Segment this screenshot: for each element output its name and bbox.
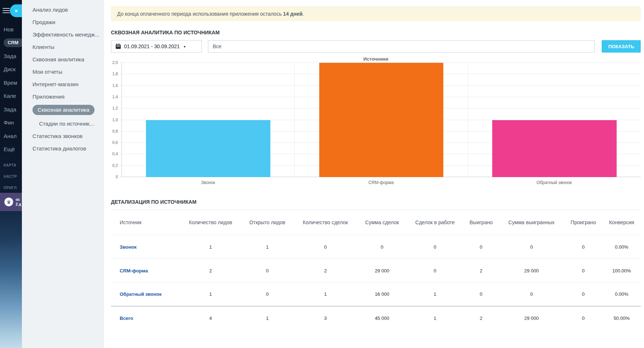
crown-icon: ♛	[4, 198, 13, 206]
bar-CRM-форма[interactable]	[319, 63, 444, 177]
table-cell: 0	[564, 259, 602, 283]
table-cell: 1	[293, 283, 357, 306]
flyout-item-call-statistics[interactable]: Статистика звонков	[22, 130, 104, 142]
rail-item-time[interactable]: Врем	[4, 76, 22, 89]
date-range-picker[interactable]: 01.09.2021 - 30.09.2021 ▾	[111, 40, 202, 53]
table-cell: 0	[407, 259, 463, 283]
table-cell: 2	[293, 259, 357, 283]
flyout-item-sales[interactable]: Продажи	[22, 16, 104, 28]
details-table-body: Звонок110000000.00%CRM-форма20229 000022…	[111, 235, 641, 330]
rail-item-more[interactable]: Ещё	[4, 143, 22, 156]
y-tick-label: 1,6	[108, 83, 118, 88]
flyout-item-apps[interactable]: Приложения	[22, 90, 104, 103]
rail-item-calendar[interactable]: Кале	[4, 89, 22, 103]
table-cell: 1	[180, 283, 241, 306]
rail-item-analytics[interactable]: Анал	[4, 129, 22, 143]
table-cell: 0	[499, 283, 564, 306]
column-header: Проиграно	[564, 210, 602, 235]
table-cell: 29 000	[499, 306, 564, 330]
column-header: Источник	[111, 210, 180, 235]
details-table-header-row: ИсточникКоличество лидовОткрыто лидовКол…	[111, 210, 641, 235]
flyout-item-manager-efficiency[interactable]: Эффективность менедж...	[22, 28, 104, 41]
y-tick-label: 1,4	[108, 95, 118, 99]
rail-item-finance[interactable]: Фин	[4, 116, 22, 130]
rail-item-tasks[interactable]: Зада	[4, 49, 22, 63]
chart-slot	[294, 63, 467, 177]
flyout-item-my-reports[interactable]: Мои отчеты	[22, 65, 104, 78]
table-cell: 1	[407, 306, 463, 330]
source-link[interactable]: Обратный звонок	[120, 291, 162, 297]
table-cell: 0	[499, 235, 564, 259]
rail-item-invite[interactable]: ПРИГЛ	[4, 182, 17, 194]
subscription-line2: 2 д	[16, 202, 21, 207]
table-cell: 1	[241, 235, 293, 259]
table-cell: 0	[241, 283, 293, 306]
trial-period-banner: До конца оплаченного периода использован…	[111, 6, 641, 21]
flyout-item-end-to-end-analytics[interactable]: Сквозная аналитика	[22, 53, 104, 65]
rail-item-crm[interactable]: CRM	[4, 36, 22, 50]
close-icon: ×	[15, 8, 18, 14]
y-tick-label: 2,0	[108, 60, 118, 65]
table-row: Звонок110000000.00%	[111, 235, 641, 259]
source-link[interactable]: CRM-форма	[120, 268, 148, 274]
table-cell: 16 000	[357, 283, 406, 306]
crm-flyout-menu: Анализ лидов Продажи Эффективность менед…	[22, 0, 104, 348]
table-cell: 0	[463, 283, 499, 306]
rail-menu: Нов CRM Зада Диск Врем Кале Зада Фин Ана…	[4, 23, 22, 156]
column-header: Сумма сделок	[357, 210, 406, 235]
subscription-line1: ос	[16, 197, 21, 202]
active-item-pill: Сквозная аналитика	[32, 105, 95, 115]
y-tick-label: 1,8	[108, 72, 118, 76]
table-cell: 0	[241, 259, 293, 283]
close-menu-button[interactable]: ×	[10, 4, 22, 17]
source-link[interactable]: Всего	[120, 316, 133, 321]
source-cell: Звонок	[111, 235, 180, 259]
left-rail: Би × Нов CRM Зада Диск Врем Кале Зада Фи…	[0, 0, 22, 348]
table-row: Всего41345 0001229 000050.00%	[111, 306, 641, 330]
chart-title: Источники	[111, 56, 641, 63]
y-tick-label: 1,0	[108, 118, 118, 122]
flyout-item-clients[interactable]: Клиенты	[22, 41, 104, 53]
bar-Звонок[interactable]	[146, 120, 270, 177]
subscription-badge[interactable]: ♛ ос 2 д	[0, 193, 22, 211]
table-cell: 1	[241, 306, 293, 330]
table-cell: 3	[293, 306, 357, 330]
source-filter-input[interactable]	[208, 40, 595, 53]
rail-item-settings[interactable]: НАСТР	[4, 171, 17, 182]
flyout-item-lead-analysis[interactable]: Анализ лидов	[22, 3, 104, 16]
table-cell: 1	[407, 283, 463, 306]
banner-days-highlight: 14 дней	[283, 11, 302, 17]
rail-item-tasks2[interactable]: Зада	[4, 103, 22, 116]
sources-bar-chart: Источники 00,20,40,60,81,01,21,41,61,82,…	[111, 56, 641, 185]
bar-Обратный звонок[interactable]	[492, 120, 617, 177]
table-cell: 100.00%	[602, 259, 641, 283]
source-cell: Всего	[111, 306, 180, 330]
calendar-icon	[116, 45, 121, 49]
y-tick-label: 0,4	[108, 152, 118, 156]
menu-hamburger-icon[interactable]	[3, 8, 10, 15]
rail-item-disk[interactable]: Диск	[4, 63, 22, 76]
y-tick-label: 0	[108, 175, 118, 179]
details-section-title: ДЕТАЛИЗАЦИЯ ПО ИСТОЧНИКАМ	[111, 199, 641, 205]
flyout-item-online-store[interactable]: Интернет-магазин	[22, 78, 104, 90]
x-category-label: Обратный звонок	[468, 180, 641, 185]
chart-x-labels: ЗвонокCRM-формаОбратный звонок	[122, 180, 641, 185]
y-tick-label: 0,6	[108, 140, 118, 145]
rail-item-news[interactable]: Нов	[4, 23, 22, 36]
table-cell: 0	[463, 235, 499, 259]
table-cell: 1	[180, 235, 241, 259]
table-cell: 0.00%	[602, 283, 641, 306]
source-link[interactable]: Звонок	[120, 244, 136, 250]
filter-bar: 01.09.2021 - 30.09.2021 ▾ ПОКАЗАТЬ	[111, 40, 641, 53]
flyout-item-stages-by-source[interactable]: Стадии по источник...	[22, 117, 104, 130]
details-table: ИсточникКоличество лидовОткрыто лидовКол…	[111, 210, 641, 330]
source-cell: CRM-форма	[111, 259, 180, 283]
rail-item-sitemap[interactable]: КАРТА	[4, 160, 17, 171]
column-header: Выиграно	[463, 210, 499, 235]
flyout-item-dialog-statistics[interactable]: Статистика диалогов	[22, 142, 104, 154]
flyout-item-active-end-to-end-analytics[interactable]: Сквозная аналитика	[22, 103, 104, 117]
chart-slot	[468, 63, 641, 177]
show-button[interactable]: ПОКАЗАТЬ	[602, 40, 641, 53]
table-cell: 2	[463, 259, 499, 283]
table-cell: 0	[564, 235, 602, 259]
